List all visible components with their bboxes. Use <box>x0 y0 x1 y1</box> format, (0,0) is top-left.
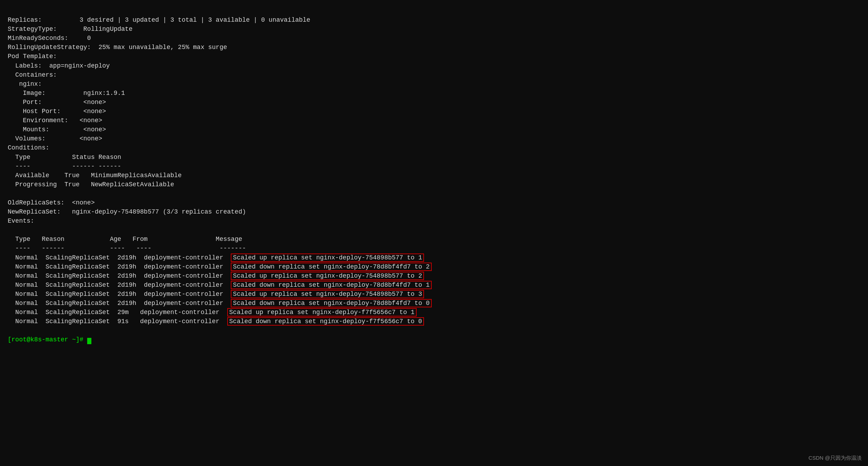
conditions-header-status: Status <box>30 154 95 161</box>
event-reason: ScalingReplicaSet <box>38 309 110 316</box>
event-type: Normal <box>8 318 38 325</box>
events-header-from: From <box>121 236 148 243</box>
event-reason: ScalingReplicaSet <box>38 272 110 279</box>
events-dash-age: ---- <box>64 245 125 252</box>
event-message: Scaled up replica set nginx-deploy-75489… <box>231 253 424 262</box>
event-from: deployment-controller <box>129 318 220 325</box>
event-from: deployment-controller <box>129 309 220 316</box>
event-row: Normal ScalingReplicaSet 29m deployment-… <box>8 308 860 317</box>
terminal: Replicas: 3 desired | 3 updated | 3 tota… <box>8 6 860 171</box>
event-reason: ScalingReplicaSet <box>38 291 110 298</box>
event-type: Normal <box>8 309 38 316</box>
event-message: Scaled up replica set nginx-deploy-f7f56… <box>227 308 417 317</box>
rollingupdatestrategy-value: 25% max unavailable, 25% max surge <box>91 44 227 51</box>
port-value: <none> <box>42 99 106 106</box>
event-age: 91s <box>110 318 129 325</box>
labels-value: app=nginx-deploy <box>42 62 110 69</box>
event-row: Normal ScalingReplicaSet 2d19h deploymen… <box>8 262 860 271</box>
event-age: 2d19h <box>110 263 137 270</box>
event-reason: ScalingReplicaSet <box>38 263 110 270</box>
event-row: Normal ScalingReplicaSet 2d19h deploymen… <box>8 290 860 299</box>
events-header-age: Age <box>64 236 121 243</box>
event-row: Normal ScalingReplicaSet 2d19h deploymen… <box>8 299 860 308</box>
events-label: Events: <box>8 217 34 224</box>
hostport-label: Host Port: <box>8 108 61 115</box>
event-reason: ScalingReplicaSet <box>38 254 110 261</box>
strategytype-label: StrategyType: <box>8 26 57 33</box>
labels-label: Labels: <box>8 62 42 69</box>
minreadyseconds-label: MinReadySeconds: <box>8 35 68 42</box>
image-value: nginx:1.9.1 <box>46 90 125 97</box>
events-header-type: Type <box>8 236 30 243</box>
condition-reason: MinimumReplicasAvailable <box>79 172 182 179</box>
event-row: Normal ScalingReplicaSet 91s deployment-… <box>8 317 860 326</box>
prompt-line: [root@k8s-master ~]# <box>8 326 860 344</box>
event-row: Normal ScalingReplicaSet 2d19h deploymen… <box>8 280 860 290</box>
conditions-label: Conditions: <box>8 144 49 151</box>
events-rows: Normal ScalingReplicaSet 2d19h deploymen… <box>8 253 860 326</box>
rollingupdatestrategy-label: RollingUpdateStrategy: <box>8 44 91 51</box>
events-dash-message: ------- <box>151 245 246 252</box>
event-age: 29m <box>110 309 129 316</box>
terminal-middle: OldReplicaSets: <none> NewReplicaSet: ng… <box>8 189 860 225</box>
event-age: 2d19h <box>110 291 137 298</box>
events-dash-reason: ------ <box>30 245 64 252</box>
event-from: deployment-controller <box>136 281 223 288</box>
condition-status: True <box>57 181 79 188</box>
event-type: Normal <box>8 263 38 270</box>
event-message: Scaled down replica set nginx-deploy-78d… <box>231 299 432 307</box>
events-dash-type: ---- <box>8 245 30 252</box>
oldreplicasets-value: <none> <box>64 199 95 206</box>
event-message: Scaled up replica set nginx-deploy-75489… <box>231 272 424 280</box>
watermark: CSDN @只因为你温淡 <box>808 454 862 462</box>
condition-reason: NewReplicaSetAvailable <box>79 181 174 188</box>
event-reason: ScalingReplicaSet <box>38 318 110 325</box>
condition-row: Progressing True NewReplicaSetAvailable <box>8 180 860 189</box>
event-type: Normal <box>8 291 38 298</box>
event-message: Scaled down replica set nginx-deploy-78d… <box>231 263 432 271</box>
conditions-header-type: Type <box>8 154 30 161</box>
event-type: Normal <box>8 272 38 279</box>
mounts-label: Mounts: <box>8 126 49 133</box>
condition-status: True <box>49 172 79 179</box>
newreplicaset-label: NewReplicaSet: <box>8 208 61 215</box>
event-from: deployment-controller <box>136 291 223 298</box>
containers-label: Containers: <box>8 71 57 78</box>
conditions-dash-reason: ------ <box>95 163 121 170</box>
condition-type: Available <box>8 172 49 179</box>
conditions-rows: Available True MinimumReplicasAvailable … <box>8 171 860 189</box>
event-age: 2d19h <box>110 300 137 307</box>
event-type: Normal <box>8 254 38 261</box>
cursor <box>87 338 91 344</box>
replicas-value: 3 desired | 3 updated | 3 total | 3 avai… <box>42 16 310 23</box>
event-from: deployment-controller <box>136 254 223 261</box>
oldreplicasets-label: OldReplicaSets: <box>8 199 64 206</box>
environment-label: Environment: <box>8 117 68 124</box>
environment-value: <none> <box>68 117 102 124</box>
volumes-label: Volumes: <box>8 135 46 142</box>
strategytype-value: RollingUpdate <box>57 26 132 33</box>
event-age: 2d19h <box>110 281 137 288</box>
condition-row: Available True MinimumReplicasAvailable <box>8 171 860 180</box>
image-label: Image: <box>8 90 46 97</box>
event-row: Normal ScalingReplicaSet 2d19h deploymen… <box>8 271 860 280</box>
event-from: deployment-controller <box>136 300 223 307</box>
hostport-value: <none> <box>61 108 106 115</box>
condition-type: Progressing <box>8 181 57 188</box>
port-label: Port: <box>8 99 42 106</box>
nginx-label: nginx: <box>8 81 42 88</box>
event-message: Scaled down replica set nginx-deploy-78d… <box>231 281 432 289</box>
volumes-value: <none> <box>46 135 102 142</box>
event-message: Scaled down replica set nginx-deploy-f7f… <box>227 317 424 326</box>
event-reason: ScalingReplicaSet <box>38 300 110 307</box>
shell-prompt: [root@k8s-master ~]# <box>8 336 87 343</box>
podtemplate-label: Pod Template: <box>8 53 57 60</box>
mounts-value: <none> <box>49 126 106 133</box>
event-row: Normal ScalingReplicaSet 2d19h deploymen… <box>8 253 860 262</box>
event-type: Normal <box>8 300 38 307</box>
event-age: 2d19h <box>110 254 137 261</box>
event-reason: ScalingReplicaSet <box>38 281 110 288</box>
replicas-label: Replicas: <box>8 16 42 23</box>
minreadyseconds-value: 0 <box>68 35 91 42</box>
events-header-reason: Reason <box>30 236 64 243</box>
